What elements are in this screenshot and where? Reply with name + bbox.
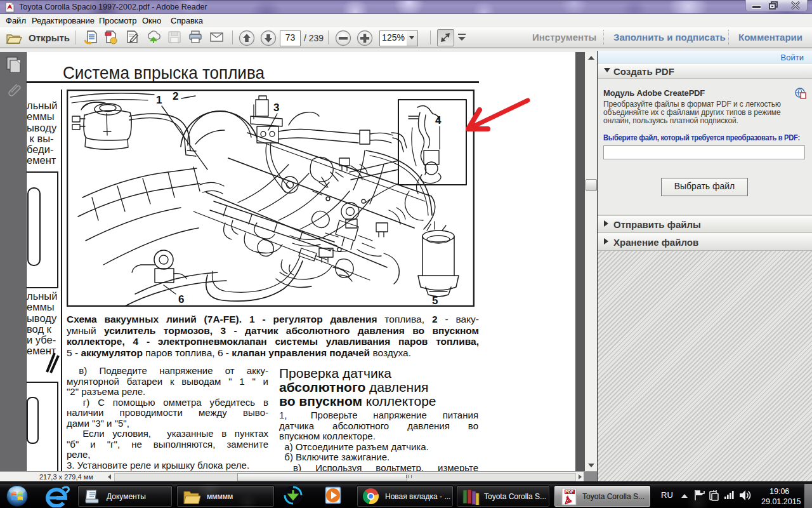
- svg-text:2: 2: [173, 90, 178, 102]
- svg-text:4: 4: [435, 114, 442, 126]
- svg-text:5: 5: [432, 295, 438, 307]
- svg-text:1: 1: [156, 94, 162, 106]
- svg-text:PDF: PDF: [565, 490, 573, 494]
- svg-text:6: 6: [178, 293, 184, 305]
- svg-text:3: 3: [273, 102, 279, 114]
